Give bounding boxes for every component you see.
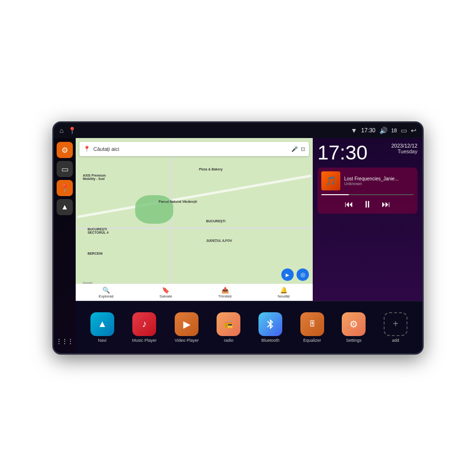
map-icon: 📍 — [60, 184, 69, 193]
map-nav-send[interactable]: 📤 Trimiteți — [218, 287, 231, 298]
next-button[interactable]: ⏭ — [382, 199, 390, 209]
status-right: ▼ 17:30 🔊 18 ▭ ↩ — [351, 127, 416, 134]
app-music-player[interactable]: ♪ Music Player — [132, 312, 157, 343]
news-label: Noutăți — [278, 294, 289, 298]
map-label-pizza: Pizza & Bakery — [199, 168, 223, 171]
music-player-icon: ♪ — [132, 312, 156, 336]
main-content: ⚙ ▭ 📍 ▲ ⋮⋮⋮ — [54, 138, 422, 353]
settings-app-icon: ⚙ — [342, 312, 366, 336]
wifi-icon: ▼ — [351, 127, 357, 134]
music-controls: ⏮ ⏸ ⏭ — [321, 199, 414, 210]
map-label-axis: AXIS PremiumMobility - Sud — [83, 174, 106, 180]
navi-label: Navi — [98, 338, 107, 343]
explore-icon: 🔍 — [102, 287, 110, 294]
music-info: 🎵 Lost Frequencies_Janie... Unknown — [321, 171, 414, 190]
clock-day-text: Tuesday — [391, 149, 417, 154]
clock-time: 17:30 — [317, 143, 367, 163]
clock-widget: 17:30 2023/12/12 Tuesday — [317, 143, 417, 163]
map-label-ilfov: JUDEȚUL ILFOV — [206, 239, 232, 242]
sidebar-map-button[interactable]: 📍 — [57, 180, 73, 196]
sidebar-file-button[interactable]: ▭ — [57, 161, 73, 177]
send-icon: 📤 — [221, 287, 229, 294]
equalizer-icon: 🎚 — [300, 312, 324, 336]
clock-display: 17:30 — [361, 127, 376, 134]
file-icon: ▭ — [61, 165, 69, 174]
album-art: 🎵 — [321, 171, 340, 190]
map-label-parc: Parcul Natural Văcărești — [159, 200, 197, 203]
clock-date-text: 2023/12/12 — [391, 143, 417, 149]
saved-icon: 🔖 — [162, 287, 169, 294]
radio-symbol: 📻 — [224, 319, 233, 328]
navi-icon: ▲ — [90, 312, 114, 336]
app-video-player[interactable]: ▶ Video Player — [175, 312, 199, 343]
music-progress-bar[interactable] — [321, 194, 414, 195]
map-nav-saved[interactable]: 🔖 Salvate — [159, 287, 172, 298]
app-equalizer[interactable]: 🎚 Equalizer — [300, 312, 324, 343]
map-search-bar[interactable]: 📍 Căutați aici 🎤 ⊡ — [79, 142, 309, 156]
map-start-button[interactable]: ▶ — [281, 268, 294, 281]
prev-button[interactable]: ⏮ — [345, 199, 353, 209]
news-icon: 🔔 — [280, 287, 288, 294]
map-nav-explore[interactable]: 🔍 Explorați — [99, 287, 113, 298]
bluetooth-label: Bluetooth — [261, 338, 279, 343]
sidebar-apps-button[interactable]: ⋮⋮⋮ — [57, 333, 73, 349]
app-grid: ▲ Navi ♪ Music Player ▶ Video Player — [76, 301, 422, 353]
status-bar: ⌂ 📍 ▼ 17:30 🔊 18 ▭ ↩ — [54, 123, 422, 138]
gear-icon: ⚙ — [61, 146, 68, 155]
map-nav-news[interactable]: 🔔 Noutăți — [278, 287, 289, 298]
radio-icon: 📻 — [217, 312, 240, 336]
app-bluetooth[interactable]: Bluetooth — [258, 312, 282, 343]
navi-symbol: ▲ — [98, 318, 107, 329]
music-title: Lost Frequencies_Janie... — [344, 176, 414, 181]
map-search-text: Căutați aici — [93, 146, 288, 152]
home-icon[interactable]: ⌂ — [60, 127, 63, 134]
music-player-label: Music Player — [132, 338, 157, 343]
battery-level: 18 — [391, 128, 397, 133]
add-symbol: + — [393, 318, 398, 329]
map-background: 📍 Căutați aici 🎤 ⊡ AXIS PremiumMobility … — [76, 138, 313, 301]
mic-icon[interactable]: 🎤 — [291, 146, 298, 152]
map-label-bucuresti: BUCUREȘTI — [206, 219, 226, 223]
bluetooth-icon — [258, 312, 282, 336]
back-icon[interactable]: ↩ — [411, 127, 416, 134]
app-navi[interactable]: ▲ Navi — [90, 312, 114, 343]
music-player: 🎵 Lost Frequencies_Janie... Unknown ⏮ — [317, 168, 417, 214]
grid-icon: ⋮⋮⋮ — [56, 338, 73, 345]
send-label: Trimiteți — [218, 294, 231, 298]
music-text: Lost Frequencies_Janie... Unknown — [344, 176, 414, 186]
battery-icon: ▭ — [401, 127, 407, 134]
nav-icon: ▲ — [61, 203, 69, 211]
sidebar: ⚙ ▭ 📍 ▲ ⋮⋮⋮ — [54, 138, 76, 353]
map-location-fab[interactable]: ◎ — [297, 268, 309, 281]
map-container[interactable]: 📍 Căutați aici 🎤 ⊡ AXIS PremiumMobility … — [76, 138, 313, 301]
map-label-sector4: BUCUREȘTISECTORUL 4 — [88, 228, 109, 234]
device-frame: ⌂ 📍 ▼ 17:30 🔊 18 ▭ ↩ ⚙ ▭ 📍 ▲ — [52, 121, 424, 355]
app-add[interactable]: + add — [384, 312, 407, 343]
sidebar-nav-button[interactable]: ▲ — [57, 199, 73, 215]
equalizer-label: Equalizer — [303, 338, 321, 343]
pause-button[interactable]: ⏸ — [363, 199, 372, 210]
clock-date: 2023/12/12 Tuesday — [391, 143, 417, 154]
map-label-berceni: BERCENI — [88, 252, 103, 255]
app-radio[interactable]: 📻 radio — [217, 312, 240, 343]
music-progress-fill — [321, 194, 349, 195]
eq-symbol: 🎚 — [308, 319, 317, 329]
add-icon: + — [384, 312, 407, 336]
volume-icon: 🔊 — [379, 127, 387, 134]
app-settings[interactable]: ⚙ Settings — [342, 312, 366, 343]
google-maps-icon: 📍 — [83, 146, 90, 152]
saved-label: Salvate — [159, 294, 172, 298]
music-symbol: ♪ — [142, 318, 147, 329]
map-nav-bar: 🔍 Explorați 🔖 Salvate 📤 Trimiteți � — [76, 284, 313, 301]
radio-label: radio — [224, 338, 233, 343]
add-label: add — [392, 338, 399, 343]
location-icon[interactable]: 📍 — [68, 127, 76, 134]
video-player-label: Video Player — [175, 338, 199, 343]
sidebar-settings-button[interactable]: ⚙ — [57, 142, 73, 158]
layers-icon[interactable]: ⊡ — [301, 146, 305, 152]
video-symbol: ▶ — [183, 318, 190, 330]
status-left: ⌂ 📍 — [60, 127, 76, 134]
video-player-icon: ▶ — [175, 312, 198, 336]
right-panel: 17:30 2023/12/12 Tuesday 🎵 Lost Frequenc… — [313, 138, 422, 301]
music-artist: Unknown — [344, 181, 414, 186]
